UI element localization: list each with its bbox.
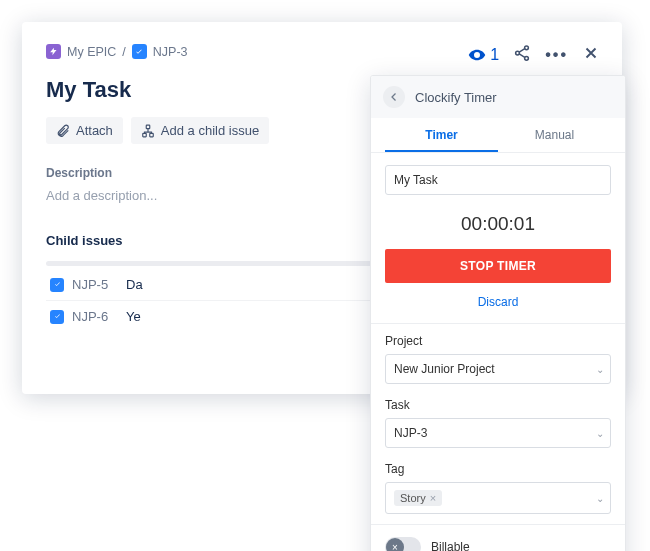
project-value: New Junior Project bbox=[394, 362, 495, 376]
watchers-button[interactable]: 1 bbox=[468, 46, 499, 64]
breadcrumb-separator: / bbox=[122, 45, 125, 59]
svg-point-2 bbox=[525, 56, 529, 60]
top-actions: 1 ••• bbox=[468, 44, 600, 66]
chevron-down-icon: ⌄ bbox=[596, 428, 604, 439]
watchers-count: 1 bbox=[490, 46, 499, 64]
task-value: NJP-3 bbox=[394, 426, 427, 440]
close-icon[interactable] bbox=[582, 44, 600, 66]
breadcrumb-task[interactable]: NJP-3 bbox=[153, 45, 188, 59]
svg-rect-3 bbox=[146, 125, 150, 129]
tab-manual[interactable]: Manual bbox=[498, 118, 611, 152]
tag-value: Story bbox=[400, 492, 426, 504]
tag-label: Tag bbox=[385, 462, 611, 476]
chevron-down-icon: ⌄ bbox=[596, 364, 604, 375]
tag-chip[interactable]: Story × bbox=[394, 490, 442, 506]
clockify-panel: Clockify Timer Timer Manual 00:00:01 STO… bbox=[370, 75, 626, 551]
panel-title: Clockify Timer bbox=[415, 90, 497, 105]
task-name-input[interactable] bbox=[385, 165, 611, 195]
child-issues-heading: Child issues bbox=[46, 233, 123, 248]
task-select[interactable]: NJP-3 ⌄ bbox=[385, 418, 611, 448]
breadcrumb-epic[interactable]: My EPIC bbox=[67, 45, 116, 59]
task-icon bbox=[50, 278, 64, 292]
tag-remove-icon[interactable]: × bbox=[430, 492, 436, 504]
svg-rect-5 bbox=[150, 133, 154, 137]
task-icon bbox=[132, 44, 147, 59]
chevron-down-icon: ⌄ bbox=[596, 493, 604, 504]
svg-rect-4 bbox=[143, 133, 147, 137]
back-icon[interactable] bbox=[383, 86, 405, 108]
timer-elapsed: 00:00:01 bbox=[385, 195, 611, 249]
panel-header: Clockify Timer bbox=[371, 76, 625, 118]
svg-point-1 bbox=[516, 51, 520, 55]
attach-button[interactable]: Attach bbox=[46, 117, 123, 144]
project-select[interactable]: New Junior Project ⌄ bbox=[385, 354, 611, 384]
add-child-button-label: Add a child issue bbox=[161, 123, 259, 138]
epic-icon bbox=[46, 44, 61, 59]
stop-timer-button[interactable]: STOP TIMER bbox=[385, 249, 611, 283]
svg-point-0 bbox=[525, 46, 529, 50]
share-icon[interactable] bbox=[513, 44, 531, 66]
discard-link[interactable]: Discard bbox=[385, 283, 611, 323]
tab-timer[interactable]: Timer bbox=[385, 118, 498, 152]
billable-toggle[interactable]: × bbox=[385, 537, 421, 551]
add-child-button[interactable]: Add a child issue bbox=[131, 117, 269, 144]
billable-label: Billable bbox=[431, 540, 470, 551]
child-key: NJP-5 bbox=[72, 277, 118, 292]
child-key: NJP-6 bbox=[72, 309, 118, 324]
attach-button-label: Attach bbox=[76, 123, 113, 138]
more-icon[interactable]: ••• bbox=[545, 46, 568, 64]
tag-select[interactable]: Story × ⌄ bbox=[385, 482, 611, 514]
task-label: Task bbox=[385, 398, 611, 412]
toggle-off-icon: × bbox=[386, 538, 404, 551]
project-label: Project bbox=[385, 334, 611, 348]
task-icon bbox=[50, 310, 64, 324]
